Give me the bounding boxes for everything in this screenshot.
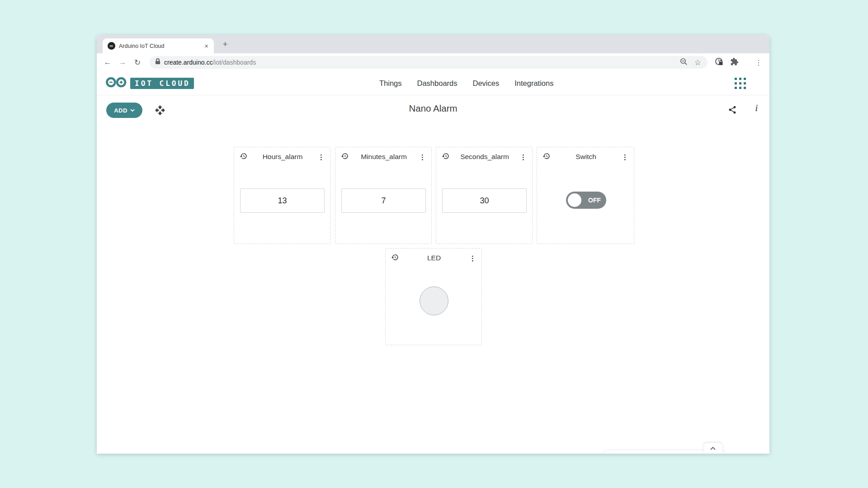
extensions-puzzle-icon[interactable] [730,57,739,68]
arduino-favicon-icon: ∞ [108,42,115,50]
info-icon[interactable]: i [755,103,758,113]
widget-name: Seconds_alarm [449,153,520,161]
history-icon[interactable] [341,152,349,162]
browser-toolbar: ← → ↻ create.arduino.cc/iot/dashboards ☆… [97,53,769,71]
arduino-infinity-icon [105,76,127,90]
widget-header: LED ⋮ [386,249,481,263]
history-icon[interactable] [542,152,550,162]
widget-header: Seconds_alarm ⋮ [436,147,532,162]
nav-item-devices[interactable]: Devices [473,79,500,88]
widget-switch: Switch ⋮ OFF [537,147,634,244]
main-nav: Things Dashboards Devices Integrations [379,71,553,95]
value-input[interactable]: 30 [442,188,527,213]
switch-knob [568,193,581,207]
widget-name: LED [399,254,469,262]
forward-icon[interactable]: → [118,58,127,67]
lock-icon [155,58,160,66]
site-header: IOT CLOUD Things Dashboards Devices Inte… [97,71,769,95]
back-icon[interactable]: ← [103,58,112,67]
reload-icon[interactable]: ↻ [133,58,142,67]
widget-name: Switch [550,153,622,161]
scroll-up-tab[interactable] [703,443,722,454]
widget-led: LED ⋮ [385,248,482,345]
widget-name: Hours_alarm [247,153,318,161]
browser-tab[interactable]: ∞ Arduino IoT Cloud × [103,38,214,53]
switch-toggle[interactable]: OFF [566,192,606,209]
switch-state-label: OFF [584,192,605,209]
nav-item-things[interactable]: Things [379,79,402,88]
tab-close-icon[interactable]: × [203,42,209,50]
browser-window: ∞ Arduino IoT Cloud × + ← → ↻ create.ard… [97,35,769,454]
history-icon[interactable] [391,253,399,263]
address-bar[interactable]: create.arduino.cc/iot/dashboards ☆ [150,56,708,69]
url-domain: create.arduino.cc [164,59,212,66]
widget-menu-icon[interactable]: ⋮ [419,154,426,160]
dashboard-toolbar: ADD Nano Alarm i [97,95,769,125]
widget-header: Minutes_alarm ⋮ [335,147,431,162]
history-icon[interactable] [240,152,247,162]
widget-name: Minutes_alarm [349,153,419,161]
tab-title: Arduino IoT Cloud [119,43,203,49]
browser-menu-icon[interactable]: ⋮ [755,58,762,67]
bookmark-star-icon[interactable]: ☆ [694,58,701,67]
widget-menu-icon[interactable]: ⋮ [520,154,527,160]
app-launcher-icon[interactable] [735,78,746,89]
value-input[interactable]: 13 [240,188,325,213]
omnibox-actions: ☆ [680,58,701,67]
share-icon[interactable] [728,105,737,114]
history-icon[interactable] [442,152,449,162]
zoom-out-icon[interactable] [680,58,688,67]
privacy-extension-icon[interactable] [715,57,723,68]
url-text: create.arduino.cc/iot/dashboards [164,59,680,66]
widget-seconds-alarm: Seconds_alarm ⋮ 30 [436,147,533,244]
widget-menu-icon[interactable]: ⋮ [469,255,476,262]
url-path: /iot/dashboards [212,59,256,66]
iot-cloud-logo-text: IOT CLOUD [130,78,194,89]
value-input[interactable]: 7 [341,188,426,213]
widget-menu-icon[interactable]: ⋮ [622,154,628,160]
widget-hours-alarm: Hours_alarm ⋮ 13 [234,147,330,244]
chevron-up-icon [710,447,716,450]
arduino-logo: IOT CLOUD [105,76,194,90]
led-indicator [420,286,448,315]
extension-icons [715,57,739,68]
widget-menu-icon[interactable]: ⋮ [318,154,325,160]
new-tab-button[interactable]: + [220,39,231,50]
nav-item-integrations[interactable]: Integrations [514,79,553,88]
widget-minutes-alarm: Minutes_alarm ⋮ 7 [335,147,432,244]
widget-header: Hours_alarm ⋮ [234,147,330,162]
browser-tab-bar: ∞ Arduino IoT Cloud × + [97,35,769,53]
dashboard-title: Nano Alarm [97,103,769,114]
nav-item-dashboards[interactable]: Dashboards [417,79,458,88]
widget-header: Switch ⋮ [537,147,634,162]
